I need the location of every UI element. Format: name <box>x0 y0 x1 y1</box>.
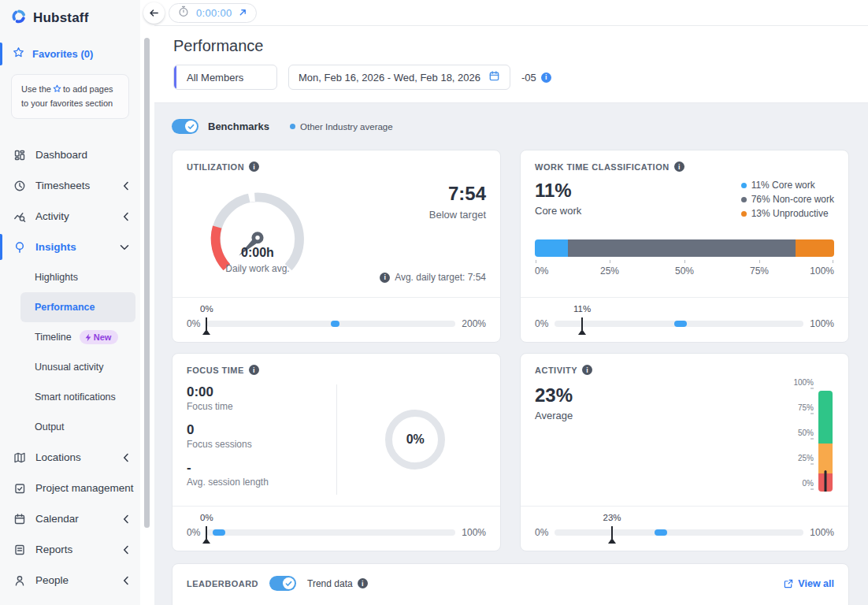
sidebar-item-unusual-activity[interactable]: Unusual activity <box>0 352 140 382</box>
slider-track: 0% <box>206 321 455 327</box>
favorites-label: Favorites (0) <box>32 48 93 60</box>
chevron-left-icon <box>123 514 129 524</box>
sidebar-item-calendar[interactable]: Calendar <box>0 503 140 534</box>
legend-dot <box>741 183 747 188</box>
timer-widget[interactable]: 0:00:00 <box>169 3 257 23</box>
marker-triangle[interactable] <box>202 329 210 335</box>
sidebar-item-project-management[interactable]: Project management <box>0 473 140 503</box>
slider-min-label: 0% <box>187 527 200 538</box>
sidebar-item-output[interactable]: Output <box>0 412 140 442</box>
info-icon[interactable]: i <box>674 161 684 172</box>
classification-benchmark-slider: 0% 11% 100% <box>535 298 834 342</box>
favorites-hint: Use theto add pages to your favorites se… <box>11 74 129 119</box>
logo[interactable]: Hubstaff <box>0 0 140 35</box>
document-icon <box>13 544 26 556</box>
dashboard-icon <box>13 149 26 161</box>
chevron-left-icon <box>123 212 129 221</box>
sidebar-item-insights[interactable]: Insights <box>0 232 140 262</box>
view-all-link[interactable]: View all <box>784 578 834 589</box>
info-icon[interactable]: i <box>249 161 259 172</box>
stopwatch-icon <box>178 6 189 20</box>
app: Hubstaff Favorites (0) Use theto add pag… <box>0 0 868 605</box>
sidebar-item-financials[interactable]: $ Financials <box>0 596 140 605</box>
members-filter[interactable]: All Members <box>173 65 277 90</box>
slider-min-label: 0% <box>187 318 200 329</box>
activity-percent: 23% <box>535 384 573 406</box>
marker-label: 11% <box>573 304 591 314</box>
map-icon <box>13 451 26 464</box>
info-icon[interactable]: i <box>249 365 259 375</box>
sidebar-item-smart-notifications[interactable]: Smart notifications <box>0 382 140 412</box>
sidebar-item-performance[interactable]: Performance <box>20 292 135 322</box>
activity-chart-icon <box>13 210 26 223</box>
sidebar-item-favorites[interactable]: Favorites (0) <box>0 40 140 68</box>
marker-line <box>611 526 613 539</box>
marker-label: 23% <box>603 513 621 522</box>
marker-triangle[interactable] <box>608 538 616 544</box>
timer-value: 0:00:00 <box>196 7 232 19</box>
back-button[interactable] <box>143 2 165 24</box>
gauge-value: 0:00h <box>187 246 328 260</box>
lightning-icon <box>85 333 91 342</box>
legend-dot-blue <box>290 124 295 129</box>
info-icon[interactable]: i <box>582 365 592 375</box>
page-title: Performance <box>173 37 849 55</box>
slider-max-label: 200% <box>462 318 486 329</box>
sidebar-item-reports[interactable]: Reports <box>0 534 140 565</box>
sidebar-item-locations[interactable]: Locations <box>0 442 140 473</box>
slider-track: 23% <box>555 529 803 536</box>
leaderboard-card: LEADERBOARD Trend data i <box>172 563 849 605</box>
slider-min-label: 0% <box>535 318 548 329</box>
marker-triangle[interactable] <box>578 329 586 335</box>
marker-label: 0% <box>200 304 213 314</box>
trend-data-label: Trend data i <box>307 578 368 589</box>
activity-bar-segment <box>818 391 833 444</box>
legend-dot <box>741 197 747 202</box>
card-title: FOCUS TIME <box>187 366 244 375</box>
classification-segment <box>568 239 796 257</box>
info-icon[interactable]: i <box>541 72 551 83</box>
main-area: 0:00:00 Performance All Members Mon, Feb… <box>154 0 868 605</box>
sidebar-item-activity[interactable]: Activity <box>0 201 140 232</box>
activity-scale: 100% 75% 50% 25% 0% <box>777 386 833 496</box>
activity-benchmark-slider: 0% 23% 100% <box>535 507 834 551</box>
info-icon[interactable]: i <box>358 578 368 588</box>
trend-data-toggle[interactable] <box>269 576 296 591</box>
activity-card: ACTIVITY i 23% Average 100% 75% 50% <box>520 353 849 551</box>
info-icon[interactable]: i <box>380 273 390 283</box>
industry-average-legend: Other Industry average <box>290 122 393 132</box>
chevron-left-icon <box>123 545 129 555</box>
donut-percent: 0% <box>406 432 425 447</box>
sidebar-item-timeline[interactable]: Timeline New <box>0 322 140 352</box>
focus-benchmark-slider: 0% 0% 100% <box>187 507 486 551</box>
classification-segment <box>796 239 834 257</box>
sidebar-item-dashboard[interactable]: Dashboard <box>0 139 140 170</box>
hubstaff-logo-icon <box>11 9 27 28</box>
open-timer-icon[interactable] <box>239 6 247 20</box>
card-title: WORK TIME CLASSIFICATION <box>535 162 670 172</box>
utilization-card: UTILIZATION i <box>172 150 501 343</box>
benchmarks-toggle[interactable] <box>172 119 198 134</box>
scrollbar-thumb[interactable] <box>144 38 150 528</box>
sidebar-item-highlights[interactable]: Highlights <box>0 262 140 292</box>
sidebar-scrollbar[interactable] <box>140 0 154 605</box>
benchmark-segment <box>674 321 687 327</box>
marker-line <box>206 526 207 539</box>
activity-bar-segment <box>818 444 833 473</box>
sidebar-nav: Dashboard Timesheets <box>0 139 140 605</box>
chevron-down-icon <box>120 244 129 251</box>
date-range-picker[interactable]: Mon, Feb 16, 2026 - Wed, Feb 18, 2026 <box>288 65 510 90</box>
benchmarks-label: Benchmarks <box>208 121 269 132</box>
arrow-left-icon <box>148 7 160 19</box>
active-indicator <box>0 234 2 260</box>
sidebar-item-timesheets[interactable]: Timesheets <box>0 170 140 201</box>
marker-label: 0% <box>200 513 213 522</box>
calendar-icon <box>488 70 500 84</box>
core-work-percent: 11% <box>535 180 581 202</box>
activity-scale-ticks: 100% 75% 50% 25% 0% <box>779 391 814 492</box>
focus-sessions-stat: 0 Focus sessions <box>187 422 328 450</box>
person-icon <box>13 574 26 587</box>
page-header: Performance All Members Mon, Feb 16, 202… <box>154 26 868 103</box>
sidebar-item-people[interactable]: People <box>0 565 140 596</box>
marker-triangle[interactable] <box>202 538 210 544</box>
